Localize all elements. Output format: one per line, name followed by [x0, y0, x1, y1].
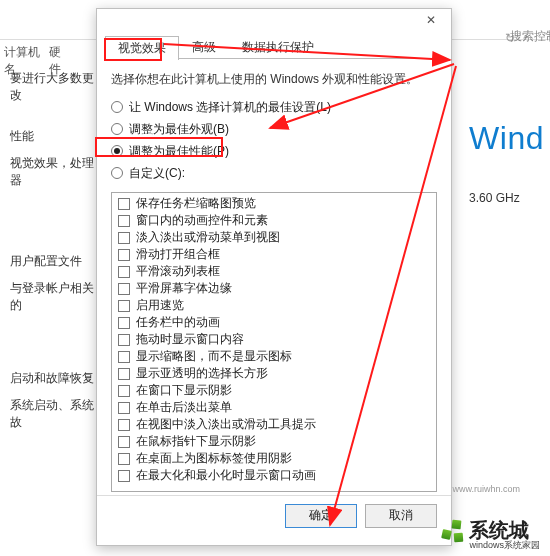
visual-effect-option[interactable]: 窗口内的动画控件和元素 [114, 212, 434, 229]
radio-icon [111, 101, 123, 113]
visual-effect-option-label: 窗口内的动画控件和元素 [136, 212, 268, 229]
watermark-logo-icon [439, 523, 463, 547]
visual-effect-option[interactable]: 在桌面上为图标标签使用阴影 [114, 450, 434, 467]
visual-effect-option[interactable]: 在最大化和最小化时显示窗口动画 [114, 467, 434, 484]
checkbox-icon [118, 232, 130, 244]
visual-effect-option[interactable]: 拖动时显示窗口内容 [114, 331, 434, 348]
tab-dep-label: 数据执行保护 [242, 39, 314, 56]
visual-effect-option[interactable]: 保存任务栏缩略图预览 [114, 195, 434, 212]
radio-label: 自定义(C): [129, 165, 185, 182]
checkbox-icon [118, 249, 130, 261]
checkbox-icon [118, 351, 130, 363]
checkbox-icon [118, 436, 130, 448]
checkbox-icon [118, 317, 130, 329]
visual-effect-option-label: 显示亚透明的选择长方形 [136, 365, 268, 382]
visual-effect-option[interactable]: 滑动打开组合框 [114, 246, 434, 263]
checkbox-icon [118, 453, 130, 465]
visual-effect-option[interactable]: 在单击后淡出菜单 [114, 399, 434, 416]
tab-strip: 视觉效果 高级 数据执行保护 [105, 35, 443, 59]
bg-search-placeholder[interactable]: 搜索控制面 [510, 28, 550, 45]
checkbox-icon [118, 198, 130, 210]
tab-advanced-label: 高级 [192, 39, 216, 56]
bg-cpu-ghz: 3.60 GHz [469, 191, 544, 205]
visual-effect-option[interactable]: 在窗口下显示阴影 [114, 382, 434, 399]
tab-visual-effects[interactable]: 视觉效果 [105, 36, 179, 60]
radio-custom[interactable]: 自定义(C): [111, 162, 437, 184]
tab-dep[interactable]: 数据执行保护 [229, 35, 327, 59]
visual-effect-option[interactable]: 平滑滚动列表框 [114, 263, 434, 280]
visual-effect-option[interactable]: 任务栏中的动画 [114, 314, 434, 331]
checkbox-icon [118, 470, 130, 482]
bg-group-performance-sub: 视觉效果，处理器 [10, 155, 100, 189]
checkbox-icon [118, 266, 130, 278]
dialog-title-bar: ✕ [97, 9, 451, 31]
checkbox-icon [118, 368, 130, 380]
tab-visual-effects-label: 视觉效果 [118, 40, 166, 57]
dialog-button-row: 确定 取消 [97, 495, 451, 535]
visual-effect-option[interactable]: 显示缩略图，而不是显示图标 [114, 348, 434, 365]
close-icon[interactable]: ✕ [417, 13, 445, 27]
visual-effect-option-label: 在窗口下显示阴影 [136, 382, 232, 399]
bg-group-startup: 启动和故障恢复 [10, 370, 100, 387]
checkbox-icon [118, 283, 130, 295]
checkbox-icon [118, 419, 130, 431]
radio-icon [111, 167, 123, 179]
radio-icon [111, 145, 123, 157]
visual-effect-option-label: 在单击后淡出菜单 [136, 399, 232, 416]
watermark-url: www.ruiwhn.com [452, 484, 520, 494]
visual-effect-option[interactable]: 启用速览 [114, 297, 434, 314]
bg-windows-logo-text: Wind [469, 120, 544, 157]
cancel-button[interactable]: 取消 [365, 504, 437, 528]
visual-effect-option-label: 在最大化和最小化时显示窗口动画 [136, 467, 316, 484]
bg-group-profile: 用户配置文件 [10, 253, 100, 270]
radio-let-windows-choose[interactable]: 让 Windows 选择计算机的最佳设置(L) [111, 96, 437, 118]
ok-button-label: 确定 [309, 507, 333, 524]
radio-label: 调整为最佳性能(P) [129, 143, 229, 160]
visual-effect-option-label: 在视图中淡入淡出或滑动工具提示 [136, 416, 316, 433]
radio-best-appearance[interactable]: 调整为最佳外观(B) [111, 118, 437, 140]
ok-button[interactable]: 确定 [285, 504, 357, 528]
watermark-title: 系统城 [469, 520, 540, 541]
visual-effect-option-label: 平滑屏幕字体边缘 [136, 280, 232, 297]
performance-options-dialog: ✕ 视觉效果 高级 数据执行保护 选择你想在此计算机上使用的 Windows 外… [96, 8, 452, 546]
watermark: 系统城 windows系统家园 [439, 520, 540, 550]
visual-effect-option-label: 启用速览 [136, 297, 184, 314]
visual-effect-option[interactable]: 平滑屏幕字体边缘 [114, 280, 434, 297]
checkbox-icon [118, 215, 130, 227]
cancel-button-label: 取消 [389, 507, 413, 524]
checkbox-icon [118, 385, 130, 397]
visual-effect-option-label: 拖动时显示窗口内容 [136, 331, 244, 348]
visual-effect-option-label: 保存任务栏缩略图预览 [136, 195, 256, 212]
checkbox-icon [118, 334, 130, 346]
radio-group: 让 Windows 选择计算机的最佳设置(L) 调整为最佳外观(B) 调整为最佳… [97, 94, 451, 186]
visual-effect-option-label: 平滑滚动列表框 [136, 263, 220, 280]
visual-effect-option-label: 任务栏中的动画 [136, 314, 220, 331]
visual-effect-option[interactable]: 在鼠标指针下显示阴影 [114, 433, 434, 450]
checkbox-icon [118, 300, 130, 312]
radio-label: 让 Windows 选择计算机的最佳设置(L) [129, 99, 331, 116]
watermark-subtitle: windows系统家园 [469, 541, 540, 550]
radio-label: 调整为最佳外观(B) [129, 121, 229, 138]
visual-effect-option-label: 在桌面上为图标标签使用阴影 [136, 450, 292, 467]
radio-icon [111, 123, 123, 135]
visual-effect-option-label: 显示缩略图，而不是显示图标 [136, 348, 292, 365]
visual-effect-option-label: 在鼠标指针下显示阴影 [136, 433, 256, 450]
bg-group-profile-sub: 与登录帐户相关的 [10, 280, 100, 314]
bg-heading: 要进行大多数更改 [10, 70, 100, 104]
visual-effect-option[interactable]: 显示亚透明的选择长方形 [114, 365, 434, 382]
visual-effects-list[interactable]: 保存任务栏缩略图预览窗口内的动画控件和元素淡入淡出或滑动菜单到视图滑动打开组合框… [111, 192, 437, 492]
visual-effect-option[interactable]: 在视图中淡入淡出或滑动工具提示 [114, 416, 434, 433]
visual-effect-option-label: 滑动打开组合框 [136, 246, 220, 263]
radio-best-performance[interactable]: 调整为最佳性能(P) [111, 140, 437, 162]
tab-advanced[interactable]: 高级 [179, 35, 229, 59]
dialog-description: 选择你想在此计算机上使用的 Windows 外观和性能设置。 [97, 59, 451, 94]
visual-effect-option-label: 淡入淡出或滑动菜单到视图 [136, 229, 280, 246]
visual-effect-option[interactable]: 淡入淡出或滑动菜单到视图 [114, 229, 434, 246]
bg-group-performance: 性能 [10, 128, 100, 145]
checkbox-icon [118, 402, 130, 414]
bg-group-startup-sub: 系统启动、系统故 [10, 397, 100, 431]
